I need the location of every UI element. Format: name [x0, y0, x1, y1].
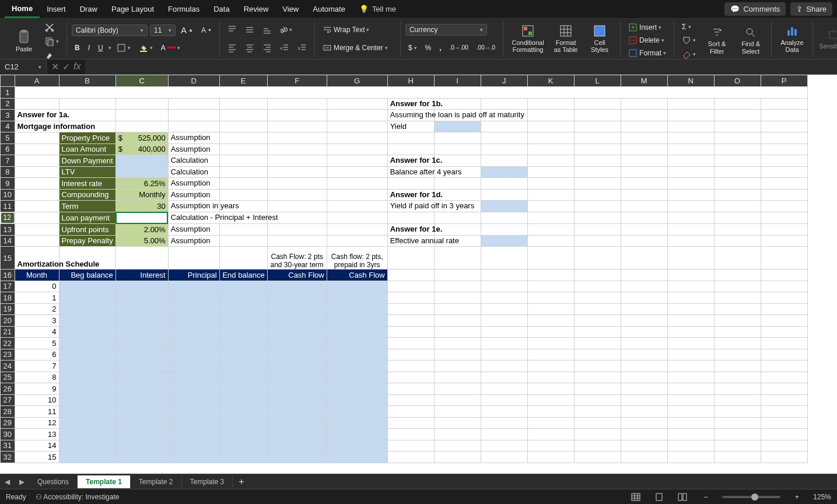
row-6[interactable]: 6	[1, 144, 15, 155]
row-29[interactable]: 29	[1, 417, 15, 429]
sheet-tab-template3[interactable]: Template 3	[182, 475, 233, 488]
spreadsheet-grid[interactable]: A B C D E F G H I J K L M N O P 1 2 Answ…	[0, 75, 837, 474]
cell-D9[interactable]: Assumption	[168, 178, 219, 190]
cell-A18[interactable]: 1	[15, 292, 59, 304]
row-18[interactable]: 18	[1, 292, 15, 304]
cell-D25[interactable]	[168, 372, 219, 383]
sheet-nav-prev[interactable]: ◀	[0, 478, 15, 486]
col-J[interactable]: J	[481, 75, 527, 87]
cell-C7[interactable]	[115, 155, 168, 167]
cell-H14[interactable]: Effective annual rate	[387, 235, 434, 247]
cell-F29[interactable]	[267, 417, 327, 429]
cell-B18[interactable]	[59, 292, 115, 304]
cell-H10[interactable]: Answer for 1d.	[387, 189, 434, 201]
format-table-button[interactable]: Format as Table	[550, 22, 582, 57]
col-A[interactable]: A	[15, 75, 59, 87]
view-page-break-button[interactable]	[675, 491, 689, 503]
cell-E23[interactable]	[219, 349, 267, 360]
cell-D6[interactable]: Assumption	[168, 144, 219, 155]
cell-C25[interactable]	[115, 372, 168, 383]
cell-B5[interactable]: Property Price	[59, 132, 115, 144]
zoom-in-button[interactable]: +	[790, 491, 804, 503]
copy-button[interactable]: ▾	[42, 35, 62, 48]
cell-A29[interactable]: 12	[15, 417, 59, 429]
cell-E26[interactable]	[219, 383, 267, 395]
cell-D30[interactable]	[168, 429, 219, 440]
cell-F15[interactable]: Cash Flow: 2 pts and 30-year term	[267, 247, 327, 270]
cell-B19[interactable]	[59, 303, 115, 315]
align-center-button[interactable]	[242, 41, 257, 54]
align-right-button[interactable]	[260, 41, 275, 54]
row-12[interactable]: 12	[1, 212, 15, 224]
cell-A19[interactable]: 2	[15, 303, 59, 315]
cell-F19[interactable]	[267, 303, 327, 315]
cell-F23[interactable]	[267, 349, 327, 360]
sort-filter-button[interactable]: Sort & Filter	[701, 23, 733, 58]
zoom-slider[interactable]	[722, 496, 780, 498]
cell-F20[interactable]	[267, 315, 327, 327]
row-7[interactable]: 7	[1, 155, 15, 167]
cell-C8[interactable]	[115, 166, 168, 178]
shrink-font-button[interactable]: A▼	[198, 24, 215, 36]
cancel-icon[interactable]: ✕	[51, 61, 59, 72]
tell-me[interactable]: 💡 Tell me	[359, 5, 396, 13]
cell-F31[interactable]	[267, 440, 327, 452]
decrease-decimal-button[interactable]: .00→.0	[474, 43, 498, 52]
tab-home[interactable]: Home	[5, 1, 40, 18]
cell-G23[interactable]	[327, 349, 387, 360]
share-button[interactable]: ⇪ Share	[790, 2, 832, 16]
insert-cells-button[interactable]: Insert▾	[625, 21, 669, 34]
cell-A20[interactable]: 3	[15, 315, 59, 327]
cell-F16[interactable]: Cash Flow	[267, 270, 327, 281]
percent-button[interactable]: %	[422, 42, 435, 54]
cell-F22[interactable]	[267, 338, 327, 349]
cell-F26[interactable]	[267, 383, 327, 395]
cell-styles-button[interactable]: Cell Styles	[584, 22, 615, 57]
font-name-select[interactable]: Calibri (Body)▾	[72, 24, 148, 36]
cell-D19[interactable]	[168, 303, 219, 315]
row-16[interactable]: 16	[1, 270, 15, 281]
cell-B11[interactable]: Term	[59, 201, 115, 212]
cell-C12[interactable]	[115, 212, 168, 224]
cell-F24[interactable]	[267, 360, 327, 372]
cut-button[interactable]	[42, 21, 62, 34]
col-B[interactable]: B	[59, 75, 115, 87]
cell-D17[interactable]	[168, 281, 219, 292]
tab-view[interactable]: View	[275, 1, 306, 17]
cell-B10[interactable]: Compounding	[59, 189, 115, 201]
borders-button[interactable]: ▾	[114, 41, 134, 54]
cell-C31[interactable]	[115, 440, 168, 452]
cell-C28[interactable]	[115, 406, 168, 418]
col-F[interactable]: F	[267, 75, 327, 87]
cell-G32[interactable]	[327, 452, 387, 463]
cell-A31[interactable]: 14	[15, 440, 59, 452]
wrap-text-button[interactable]: Wrap Text▾	[320, 23, 384, 36]
cell-C24[interactable]	[115, 360, 168, 372]
sheet-tab-template1[interactable]: Template 1	[78, 475, 131, 488]
cell-B24[interactable]	[59, 360, 115, 372]
cell-D27[interactable]	[168, 394, 219, 406]
underline-button[interactable]: U	[95, 42, 106, 54]
increase-decimal-button[interactable]: .0→.00	[447, 43, 471, 52]
accounting-button[interactable]: $▾	[405, 42, 420, 54]
row-4[interactable]: 4	[1, 121, 15, 132]
cell-G26[interactable]	[327, 383, 387, 395]
zoom-out-button[interactable]: −	[699, 491, 713, 503]
cell-H7[interactable]: Answer for 1c.	[387, 155, 434, 167]
view-normal-button[interactable]	[629, 491, 643, 503]
cell-G27[interactable]	[327, 394, 387, 406]
row-2[interactable]: 2	[1, 98, 15, 110]
italic-button[interactable]: I	[85, 42, 93, 54]
cell-D16[interactable]: Principal	[168, 270, 219, 281]
cell-D5[interactable]: Assumption	[168, 132, 219, 144]
row-9[interactable]: 9	[1, 178, 15, 190]
cell-C9[interactable]: 6.25%	[115, 178, 168, 190]
conditional-formatting-button[interactable]: Conditional Formatting	[508, 22, 548, 57]
cell-H2[interactable]: Answer for 1b.	[387, 98, 434, 110]
col-H[interactable]: H	[387, 75, 434, 87]
row-11[interactable]: 11	[1, 201, 15, 212]
cell-C11[interactable]: 30	[115, 201, 168, 212]
fx-icon[interactable]: fx	[73, 61, 80, 72]
cell-G18[interactable]	[327, 292, 387, 304]
cell-B26[interactable]	[59, 383, 115, 395]
